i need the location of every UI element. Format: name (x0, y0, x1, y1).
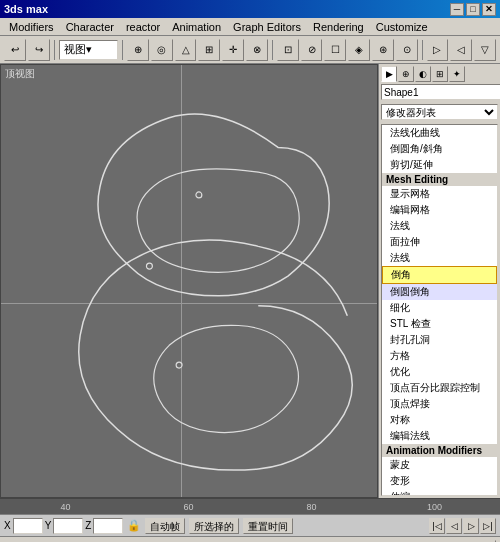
mod-item-bianjiwangge[interactable]: 编辑网格 (382, 202, 497, 218)
mod-item-meng[interactable]: 蒙皮 (382, 457, 497, 473)
toolbar-sep-2 (122, 40, 123, 60)
mod-item-fangge[interactable]: 方格 (382, 348, 497, 364)
view-dropdown[interactable]: 视图▾ (59, 40, 119, 60)
auto-key-button[interactable]: 自动帧 (145, 518, 185, 534)
z-input[interactable] (93, 518, 123, 534)
panel-tab-create[interactable]: ⊕ (398, 66, 414, 82)
redo-button[interactable]: ↪ (28, 39, 50, 61)
mod-item-xianshiwangge[interactable]: 显示网格 (382, 186, 497, 202)
tool-btn-1[interactable]: ⊕ (127, 39, 149, 61)
title-bar-buttons: ─ □ ✕ (450, 3, 496, 16)
mod-item-faxian[interactable]: 法线 (382, 218, 497, 234)
tool-btn-11[interactable]: ⊛ (372, 39, 394, 61)
close-button[interactable]: ✕ (482, 3, 496, 16)
main-area: 顶视图 ▶ ⊕ ◐ ⊞ ✦ (0, 64, 500, 498)
mod-item-bianxing[interactable]: 变形 (382, 473, 497, 489)
panel-tab-display[interactable]: ◐ (415, 66, 431, 82)
right-panel: ▶ ⊕ ◐ ⊞ ✦ 修改器列表 法线化曲线 倒圆角/斜角 剪切/延伸 Mesh … (378, 64, 500, 498)
mod-item-faxian2[interactable]: 法线 (382, 250, 497, 266)
play-back-button[interactable]: ◁ (446, 518, 462, 534)
undo-button[interactable]: ↩ (4, 39, 26, 61)
tool-btn-6[interactable]: ⊗ (246, 39, 268, 61)
y-label: Y (45, 520, 52, 531)
viewport[interactable]: 顶视图 (0, 64, 378, 498)
selected-key-button[interactable]: 所选择的 (189, 518, 239, 534)
mod-item-daojiao[interactable]: 倒角 (382, 266, 497, 284)
modifier-list[interactable]: 法线化曲线 倒圆角/斜角 剪切/延伸 Mesh Editing 显示网格 编辑网… (381, 124, 498, 496)
tool-btn-15[interactable]: ▽ (474, 39, 496, 61)
maximize-button[interactable]: □ (466, 3, 480, 16)
lock-icon[interactable]: 🔒 (127, 519, 141, 533)
modifier-select[interactable]: 修改器列表 (382, 105, 497, 119)
panel-tab-motion[interactable]: ✦ (449, 66, 465, 82)
mod-item-duichen[interactable]: 对称 (382, 412, 497, 428)
mod-item-stl-jianche[interactable]: STL 检查 (382, 316, 497, 332)
toolbar-sep-4 (422, 40, 423, 60)
mod-item-daoyuandaojiao[interactable]: 倒圆倒角 (382, 284, 497, 300)
playback-controls: |◁ ◁ ▷ ▷| (429, 518, 496, 534)
shape-name-input[interactable] (381, 84, 500, 100)
mod-item-youhua[interactable]: 优化 (382, 364, 497, 380)
ruler-bar: 40 60 80 100 (0, 498, 500, 514)
mod-item-daoyuanjiaoxiejiao[interactable]: 倒圆角/斜角 (382, 141, 497, 157)
tool-btn-3[interactable]: △ (175, 39, 197, 61)
timeline-area: X Y Z 🔒 自动帧 所选择的 重置时间 |◁ ◁ ▷ ▷| (0, 514, 500, 536)
minimize-button[interactable]: ─ (450, 3, 464, 16)
tool-btn-4[interactable]: ⊞ (198, 39, 220, 61)
coord-inputs: X Y Z (4, 518, 123, 534)
menu-reactor[interactable]: reactor (121, 20, 165, 34)
tool-btn-5[interactable]: ✛ (222, 39, 244, 61)
toolbar-sep-1 (54, 40, 55, 60)
x-label: X (4, 520, 11, 531)
ruler-tick-40: 40 (4, 502, 127, 512)
panel-tab-hierarchy[interactable]: ⊞ (432, 66, 448, 82)
next-frame-button[interactable]: ▷| (480, 518, 496, 534)
svg-point-1 (146, 263, 152, 269)
mod-item-faxianhuaquxian[interactable]: 法线化曲线 (382, 125, 497, 141)
mod-item-fengjukongdong[interactable]: 封孔孔洞 (382, 332, 497, 348)
mod-item-jiandao[interactable]: 剪切/延伸 (382, 157, 497, 173)
mod-item-dingtianbaifenkong[interactable]: 顶点百分比跟踪控制 (382, 380, 497, 396)
ruler-tick-100: 100 (373, 502, 496, 512)
toolbar-sep-3 (272, 40, 273, 60)
play-forward-button[interactable]: ▷ (463, 518, 479, 534)
x-input[interactable] (13, 518, 43, 534)
mod-item-dingtianhangjie[interactable]: 顶点焊接 (382, 396, 497, 412)
tool-btn-12[interactable]: ⊙ (396, 39, 418, 61)
title-bar: 3ds max ─ □ ✕ (0, 0, 500, 18)
tool-btn-9[interactable]: ☐ (324, 39, 346, 61)
ruler-tick-80: 80 (250, 502, 373, 512)
mod-item-shensu[interactable]: 伸缩 (382, 489, 497, 496)
title-text: 3ds max (4, 3, 48, 15)
menu-customize[interactable]: Customize (371, 20, 433, 34)
tool-btn-7[interactable]: ⊡ (277, 39, 299, 61)
mod-item-mianlasen[interactable]: 面拉伸 (382, 234, 497, 250)
mod-group-mesh-editing: Mesh Editing (382, 173, 497, 186)
mod-group-animation: Animation Modifiers (382, 444, 497, 457)
mod-item-bianjifaxian[interactable]: 编辑法线 (382, 428, 497, 444)
toolbar: ↩ ↪ 视图▾ ⊕ ◎ △ ⊞ ✛ ⊗ ⊡ ⊘ ☐ ◈ ⊛ ⊙ ▷ ◁ ▽ (0, 36, 500, 64)
menu-rendering[interactable]: Rendering (308, 20, 369, 34)
reset-time-button[interactable]: 重置时间 (243, 518, 293, 534)
z-label: Z (85, 520, 91, 531)
svg-point-0 (196, 192, 202, 198)
menu-graph-editors[interactable]: Graph Editors (228, 20, 306, 34)
mod-item-xihua[interactable]: 细化 (382, 300, 497, 316)
tool-btn-10[interactable]: ◈ (348, 39, 370, 61)
ruler-tick-60: 60 (127, 502, 250, 512)
svg-point-2 (176, 362, 182, 368)
menu-character[interactable]: Character (61, 20, 119, 34)
menu-bar: Modifiers Character reactor Animation Gr… (0, 18, 500, 36)
tool-btn-13[interactable]: ▷ (427, 39, 449, 61)
tool-btn-2[interactable]: ◎ (151, 39, 173, 61)
panel-shape-name (379, 82, 500, 102)
menu-modifiers[interactable]: Modifiers (4, 20, 59, 34)
panel-tab-modify[interactable]: ▶ (381, 66, 397, 82)
panel-tabs: ▶ ⊕ ◐ ⊞ ✦ (379, 64, 500, 82)
y-input[interactable] (53, 518, 83, 534)
menu-animation[interactable]: Animation (167, 20, 226, 34)
tool-btn-14[interactable]: ◁ (450, 39, 472, 61)
modifier-stack-dropdown[interactable]: 修改器列表 (381, 104, 498, 120)
tool-btn-8[interactable]: ⊘ (301, 39, 323, 61)
prev-frame-button[interactable]: |◁ (429, 518, 445, 534)
